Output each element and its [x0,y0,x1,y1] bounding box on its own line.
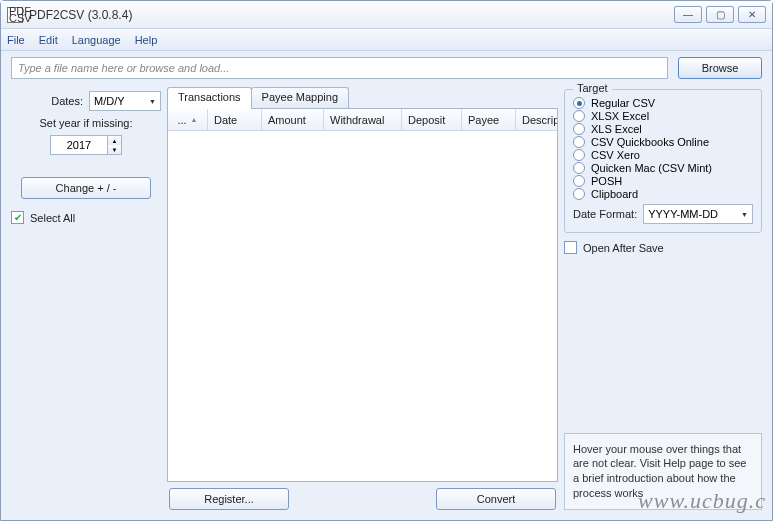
col-deposit[interactable]: Deposit [402,109,462,130]
file-path-input[interactable]: Type a file name here or browse and load… [11,57,668,79]
radio-icon [573,162,585,174]
window-title: PDF2CSV (3.0.8.4) [29,8,132,22]
date-format-value: YYYY-MM-DD [648,208,718,220]
target-quickbooks[interactable]: CSV Quickbooks Online [573,136,753,148]
change-button[interactable]: Change + / - [21,177,151,199]
browse-button[interactable]: Browse [678,57,762,79]
year-down-button[interactable]: ▼ [108,145,121,154]
menu-edit[interactable]: Edit [39,34,58,46]
open-after-save-label: Open After Save [583,242,664,254]
col-select[interactable]: ...▲ [168,109,208,130]
date-format-select[interactable]: YYYY-MM-DD ▼ [643,204,753,224]
radio-icon [573,188,585,200]
tab-payee-mapping[interactable]: Payee Mapping [251,87,349,109]
radio-icon [573,136,585,148]
radio-icon [573,123,585,135]
select-all-checkbox[interactable]: ✔ [11,211,24,224]
table-header: ...▲ Date Amount Withdrawal Deposit Paye… [168,109,557,131]
target-group: Target Regular CSV XLSX Excel XLS Excel … [564,89,762,233]
app-icon: PDFCSV [7,7,23,23]
menu-bar: File Edit Language Help [1,29,772,51]
maximize-button[interactable]: ▢ [706,6,734,23]
target-posh[interactable]: POSH [573,175,753,187]
menu-help[interactable]: Help [135,34,158,46]
col-description[interactable]: Descrip [516,109,557,130]
close-button[interactable]: ✕ [738,6,766,23]
target-xlsx[interactable]: XLSX Excel [573,110,753,122]
convert-button[interactable]: Convert [436,488,556,510]
year-input[interactable] [50,135,108,155]
target-clipboard[interactable]: Clipboard [573,188,753,200]
tab-transactions[interactable]: Transactions [167,87,252,109]
target-legend: Target [573,82,612,94]
dates-label: Dates: [51,95,83,107]
menu-file[interactable]: File [7,34,25,46]
minimize-button[interactable]: — [674,6,702,23]
table-body [168,131,557,481]
col-payee[interactable]: Payee [462,109,516,130]
col-withdrawal[interactable]: Withdrawal [324,109,402,130]
col-amount[interactable]: Amount [262,109,324,130]
register-button[interactable]: Register... [169,488,289,510]
chevron-down-icon: ▼ [741,211,748,218]
radio-icon [573,97,585,109]
dates-value: M/D/Y [94,95,125,107]
dates-select[interactable]: M/D/Y▼ [89,91,161,111]
radio-icon [573,149,585,161]
target-xls[interactable]: XLS Excel [573,123,753,135]
date-format-label: Date Format: [573,208,637,220]
year-up-button[interactable]: ▲ [108,136,121,145]
chevron-down-icon: ▼ [149,98,156,105]
help-box: Hover your mouse over things that are no… [564,433,762,510]
transactions-table: ...▲ Date Amount Withdrawal Deposit Paye… [167,108,558,482]
file-path-placeholder: Type a file name here or browse and load… [18,62,229,74]
open-after-save-checkbox[interactable]: ✔ [564,241,577,254]
target-regular-csv[interactable]: Regular CSV [573,97,753,109]
set-year-label: Set year if missing: [11,117,161,129]
target-xero[interactable]: CSV Xero [573,149,753,161]
title-bar: PDFCSV PDF2CSV (3.0.8.4) — ▢ ✕ [1,1,772,29]
menu-language[interactable]: Language [72,34,121,46]
col-date[interactable]: Date [208,109,262,130]
sort-up-icon: ▲ [191,116,198,123]
target-quicken[interactable]: Quicken Mac (CSV Mint) [573,162,753,174]
year-spinner[interactable]: ▲ ▼ [50,135,122,155]
select-all-label: Select All [30,212,75,224]
radio-icon [573,110,585,122]
radio-icon [573,175,585,187]
